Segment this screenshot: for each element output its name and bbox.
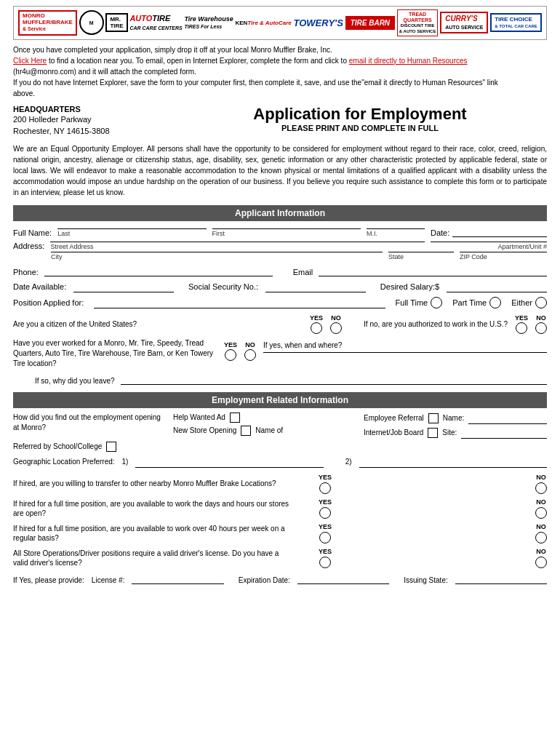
city-field[interactable] bbox=[51, 252, 383, 252]
site-field[interactable] bbox=[461, 427, 547, 439]
date-avail-field[interactable] bbox=[73, 281, 174, 292]
referred-label: Referred by School/College bbox=[13, 442, 102, 450]
logo-autotire: AUTOTIRECAR CARE CENTERS bbox=[129, 14, 182, 31]
logo-mrtire: MR.TIRE bbox=[105, 13, 127, 32]
position-row: Position Applied for: Full Time Part Tim… bbox=[13, 297, 547, 308]
internet-checkbox[interactable] bbox=[428, 428, 438, 438]
employee-referral-checkbox[interactable] bbox=[428, 413, 439, 423]
why-leave-field[interactable] bbox=[121, 373, 547, 385]
new-store-checkbox[interactable] bbox=[241, 426, 251, 436]
logo-towery: TOWERY'S bbox=[294, 17, 343, 28]
salary-field[interactable] bbox=[447, 281, 547, 292]
dl-no-label: NO bbox=[536, 548, 546, 555]
position-field[interactable] bbox=[94, 297, 385, 308]
overtime-yes-radio[interactable] bbox=[319, 532, 331, 543]
help-wanted-checkbox[interactable] bbox=[230, 413, 240, 423]
license-num-field[interactable] bbox=[132, 573, 223, 584]
geo-row: Geographic Location Preferred: 1) 2) bbox=[13, 456, 547, 468]
citizen-yes-radio[interactable] bbox=[311, 322, 322, 334]
fulltime-radio-group: Full Time bbox=[396, 297, 443, 308]
parttime-radio[interactable] bbox=[489, 297, 501, 308]
fulltime-avail-yes-radio[interactable] bbox=[319, 507, 331, 519]
intro-line2: Click Here to find a location near you. … bbox=[13, 55, 547, 66]
last-name-field[interactable] bbox=[57, 228, 206, 229]
new-store-label: New Store Opening bbox=[173, 426, 236, 434]
authorized-no-radio[interactable] bbox=[535, 322, 547, 334]
either-radio[interactable] bbox=[535, 297, 547, 308]
fulltime-radio[interactable] bbox=[431, 297, 442, 308]
citizen-no-radio[interactable] bbox=[330, 322, 342, 334]
apt-sublabel: Apartment/Unit # bbox=[431, 243, 547, 250]
worked-no-radio[interactable] bbox=[244, 349, 256, 361]
date-avail-label: Date Available: bbox=[13, 282, 66, 291]
street-address-field[interactable] bbox=[50, 242, 425, 242]
header-section: HEADQUARTERS 200 Holleder Parkway Roches… bbox=[13, 105, 547, 138]
transfer-yes-label: YES bbox=[319, 474, 332, 481]
mi-field[interactable] bbox=[367, 228, 425, 229]
zip-field[interactable] bbox=[460, 252, 547, 252]
referred-checkbox[interactable] bbox=[106, 442, 116, 452]
fulltime-avail-no-radio[interactable] bbox=[535, 507, 547, 519]
issuing-state-field[interactable] bbox=[455, 573, 547, 584]
intro-line5: above. bbox=[13, 88, 547, 99]
overtime-no-radio[interactable] bbox=[535, 532, 547, 543]
overtime-question: If hired for a full time position, are y… bbox=[13, 524, 289, 543]
applicant-section-header: Applicant Information bbox=[13, 205, 547, 221]
ssn-label: Social Security No.: bbox=[188, 282, 258, 291]
address-row1: Address: Street Address Apartment/Unit # bbox=[13, 242, 547, 250]
worked-yes-radio[interactable] bbox=[225, 349, 236, 361]
intro-line4: If you do not have Internet Explorer, sa… bbox=[13, 77, 547, 88]
transfer-question: If hired, are you willing to transfer to… bbox=[13, 479, 289, 488]
first-name-field[interactable] bbox=[212, 228, 361, 229]
logo-ken: KENTire & AutoCare bbox=[235, 20, 291, 27]
app-title: Application for Employment PLEASE PRINT … bbox=[173, 105, 547, 132]
geo-field1-label: 1) bbox=[122, 458, 129, 466]
mi-sublabel: M.I. bbox=[367, 230, 425, 237]
citizen-question: Are you a citizen of the United States? bbox=[13, 320, 303, 328]
logo-warehouse: Tire Warehouse TIRES For Less bbox=[184, 15, 233, 31]
ssn-field[interactable] bbox=[265, 281, 366, 292]
hq-address2: Rochester, NY 14615-3808 bbox=[13, 125, 173, 138]
email-hr-link[interactable]: email it directly to Human Resources bbox=[349, 57, 468, 65]
app-subtitle: PLEASE PRINT AND COMPLETE IN FULL bbox=[173, 124, 547, 132]
first-sublabel: First bbox=[212, 230, 361, 237]
exp-date-field[interactable] bbox=[297, 573, 389, 584]
fulltime-avail-no-label: NO bbox=[536, 498, 546, 506]
fulltime-label: Full Time bbox=[396, 298, 428, 307]
geo-field2[interactable] bbox=[359, 456, 547, 468]
geo-field1[interactable] bbox=[135, 456, 323, 468]
click-here-link[interactable]: Click Here bbox=[13, 57, 47, 65]
transfer-yes-radio[interactable] bbox=[319, 482, 331, 494]
intro-line1: Once you have completed your application… bbox=[13, 44, 547, 55]
worked-no-label: NO bbox=[245, 341, 255, 348]
logo-currys: CURRY'SAUTO SERVICE bbox=[440, 12, 488, 33]
issuing-state-label: Issuing State: bbox=[404, 576, 448, 584]
overtime-yes-label: YES bbox=[319, 523, 332, 530]
address-label: Address: bbox=[13, 242, 44, 250]
why-leave-label: If so, why did you leave? bbox=[35, 377, 115, 385]
dl-no-radio[interactable] bbox=[535, 557, 547, 568]
fullname-row: Full Name: Last First M.I. Date: bbox=[13, 226, 547, 237]
name-of-label: Name of bbox=[255, 426, 283, 434]
license-info-row: If Yes, please provide: License #: Expir… bbox=[13, 573, 547, 584]
dl-yes-radio[interactable] bbox=[319, 557, 331, 568]
intro-line3: (hr4u@monro.com) and it will attach the … bbox=[13, 66, 547, 77]
last-sublabel: Last bbox=[57, 230, 206, 237]
hq-label: HEADQUARTERS bbox=[13, 105, 173, 113]
if-yes-label: If Yes, please provide: bbox=[13, 576, 84, 584]
apt-field[interactable] bbox=[431, 242, 547, 242]
eoe-text: We are an Equal Opportunity Employer. Al… bbox=[13, 143, 547, 198]
transfer-no-radio[interactable] bbox=[535, 482, 547, 494]
worked-before-question: Have you ever worked for a Monro, Mr. Ti… bbox=[13, 338, 217, 369]
logo-tread: TREADQUARTERSDISCOUNT TIRE& AUTO SERVICE bbox=[397, 9, 439, 36]
driver-license-row: All Store Operations/Driver positions re… bbox=[13, 548, 547, 568]
date-field[interactable] bbox=[452, 226, 547, 237]
position-label: Position Applied for: bbox=[13, 298, 84, 307]
email-field[interactable] bbox=[319, 265, 547, 276]
state-field[interactable] bbox=[388, 252, 454, 252]
worked-when-where-field[interactable] bbox=[263, 352, 547, 353]
address-row2: City State ZIP Code bbox=[51, 252, 547, 260]
authorized-yes-radio[interactable] bbox=[516, 322, 527, 334]
emp-name-field[interactable] bbox=[468, 413, 547, 424]
phone-field[interactable] bbox=[44, 265, 273, 276]
